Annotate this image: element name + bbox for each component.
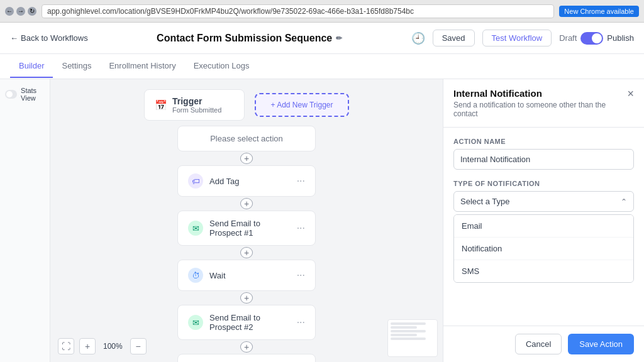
tab-settings[interactable]: Settings <box>53 55 100 78</box>
history-btn[interactable]: 🕘 <box>411 31 425 45</box>
thumb-line-2 <box>391 326 417 329</box>
stats-view-label: Stats View <box>21 87 45 102</box>
add-tag-icon: 🏷 <box>188 173 203 189</box>
action-node-email-1[interactable]: ✉ Send Email to Prospect #1 ··· <box>177 211 316 246</box>
back-browser-btn[interactable]: ← <box>5 7 14 16</box>
panel-header: Internal Notification Send a notificatio… <box>443 79 644 128</box>
trigger-node[interactable]: 📅 Trigger Form Submitted <box>144 89 245 121</box>
action-name-label: ACTION NAME <box>453 138 634 145</box>
content-area: Stats View 📅 Trigger Form Submitted + Ad… <box>0 79 644 362</box>
trigger-label: Trigger <box>172 96 221 106</box>
trigger-row: 📅 Trigger Form Submitted + Add New Trigg… <box>144 89 349 121</box>
zoom-in-btn[interactable]: + <box>79 338 96 354</box>
add-trigger-btn[interactable]: + Add New Trigger <box>255 93 349 117</box>
plus-btn-2[interactable]: + <box>240 198 253 209</box>
email-2-icon: ✉ <box>188 315 203 330</box>
plus-btn-4[interactable]: + <box>240 292 253 304</box>
fullscreen-btn[interactable]: ⛶ <box>58 338 74 354</box>
top-nav: ← Back to Workflows Contact Form Submiss… <box>0 23 644 54</box>
canvas: 📅 Trigger Form Submitted + Add New Trigg… <box>50 79 443 362</box>
panel-close-btn[interactable]: × <box>627 88 634 99</box>
notification-type-group: TYPE OF NOTIFICATION Select a Type ⌃ Ema… <box>453 180 634 283</box>
reload-browser-btn[interactable]: ↻ <box>28 7 36 16</box>
panel-title: Internal Notification <box>453 88 627 99</box>
email-2-label: Send Email to Prospect #2 <box>209 313 291 332</box>
action-node-email-2[interactable]: ✉ Send Email to Prospect #2 ··· <box>177 305 316 340</box>
trigger-info: Trigger Form Submitted <box>172 96 221 114</box>
thumb-line-4 <box>391 334 417 336</box>
trigger-icon: 📅 <box>155 99 167 111</box>
back-to-workflows-link[interactable]: ← Back to Workflows <box>10 33 88 43</box>
action-node-add-tag[interactable]: 🏷 Add Tag ··· <box>177 165 316 197</box>
draft-toggle: Draft Publish <box>559 32 634 45</box>
thumb-line-3 <box>391 330 426 332</box>
publish-label: Publish <box>607 33 634 43</box>
select-arrow-icon: ⌃ <box>621 197 627 206</box>
stats-toggle-switch[interactable] <box>5 90 17 99</box>
wait-1-icon: ⏱ <box>188 268 203 283</box>
browser-chrome: ← → ↻ app.gohighlevel.com/location/gBVSE… <box>0 0 644 23</box>
browser-controls: ← → ↻ <box>5 7 36 16</box>
dropdown-item-email[interactable]: Email <box>454 215 633 237</box>
zoom-out-btn[interactable]: − <box>130 338 147 354</box>
dropdown-item-notification[interactable]: Notification <box>454 237 633 260</box>
notification-type-label: TYPE OF NOTIFICATION <box>453 180 634 187</box>
saved-btn[interactable]: Saved <box>433 30 475 47</box>
right-panel: Internal Notification Send a notificatio… <box>443 79 644 362</box>
notification-type-select[interactable]: Select a Type ⌃ <box>453 191 634 212</box>
forward-browser-btn[interactable]: → <box>16 7 25 16</box>
trigger-sublabel: Form Submitted <box>172 106 221 114</box>
browser-actions: New Chrome available <box>559 6 639 17</box>
workflow-container: 📅 Trigger Form Submitted + Add New Trigg… <box>50 79 443 362</box>
save-action-btn[interactable]: Save Action <box>568 334 634 354</box>
action-name-input[interactable] <box>453 149 634 170</box>
wait-1-label: Wait <box>209 271 291 280</box>
tab-execution-logs[interactable]: Execution Logs <box>185 55 258 78</box>
zoom-level: 100% <box>101 342 125 351</box>
edit-title-icon[interactable]: ✏ <box>336 34 342 43</box>
address-bar[interactable]: app.gohighlevel.com/location/gBVSE9HDx0F… <box>42 4 554 18</box>
select-action-node[interactable]: Please select action <box>177 126 316 151</box>
cancel-btn[interactable]: Cancel <box>515 334 562 354</box>
action-node-wait-2[interactable]: ⏱ Wait ··· <box>177 354 316 362</box>
email-1-icon: ✉ <box>188 221 203 236</box>
plus-btn-5[interactable]: + <box>240 341 253 353</box>
thumb-line-5 <box>391 337 426 340</box>
panel-body: ACTION NAME TYPE OF NOTIFICATION Select … <box>443 128 644 326</box>
workflow-title: Contact Form Submission Sequence ✏ <box>157 33 342 44</box>
notification-type-dropdown: Email Notification SMS <box>453 214 634 283</box>
dropdown-item-sms[interactable]: SMS <box>454 260 633 282</box>
wait-1-dots[interactable]: ··· <box>297 270 305 281</box>
app-container: ← Back to Workflows Contact Form Submiss… <box>0 23 644 362</box>
panel-header-text: Internal Notification Send a notificatio… <box>453 88 627 118</box>
action-node-wait-1[interactable]: ⏱ Wait ··· <box>177 260 316 291</box>
back-arrow-icon: ← <box>10 33 18 43</box>
thumb-line-1 <box>391 322 426 325</box>
notification-type-select-wrapper: Select a Type ⌃ Email Notification SMS <box>453 191 634 283</box>
add-tag-dots[interactable]: ··· <box>297 175 305 187</box>
panel-footer: Cancel Save Action <box>443 326 644 362</box>
thumbnail-inner <box>388 320 437 343</box>
tab-enrollment-history[interactable]: Enrollment History <box>100 55 184 78</box>
email-2-dots[interactable]: ··· <box>297 317 305 328</box>
action-name-group: ACTION NAME <box>453 138 634 170</box>
tab-nav: Builder Settings Enrollment History Exec… <box>0 54 644 79</box>
chrome-update-btn[interactable]: New Chrome available <box>559 6 639 17</box>
stats-toggle[interactable]: Stats View <box>5 87 45 102</box>
nav-right: 🕘 Saved Test Workflow Draft Publish <box>411 30 634 47</box>
email-1-label: Send Email to Prospect #1 <box>209 219 291 238</box>
select-placeholder-text: Select a Type <box>460 197 510 206</box>
sidebar-left: Stats View <box>0 79 50 362</box>
canvas-controls: ⛶ + 100% − <box>58 338 147 354</box>
add-tag-label: Add Tag <box>209 177 291 186</box>
panel-subtitle: Send a notification to someone other tha… <box>453 101 627 118</box>
draft-publish-toggle[interactable] <box>580 32 603 45</box>
mini-toggle-knob <box>6 91 13 97</box>
plus-btn-1[interactable]: + <box>240 153 253 164</box>
canvas-thumbnail <box>387 319 438 357</box>
tab-builder[interactable]: Builder <box>10 55 53 78</box>
plus-btn-3[interactable]: + <box>240 247 253 258</box>
email-1-dots[interactable]: ··· <box>297 222 305 234</box>
toggle-knob <box>592 33 602 43</box>
test-workflow-btn[interactable]: Test Workflow <box>482 30 552 47</box>
